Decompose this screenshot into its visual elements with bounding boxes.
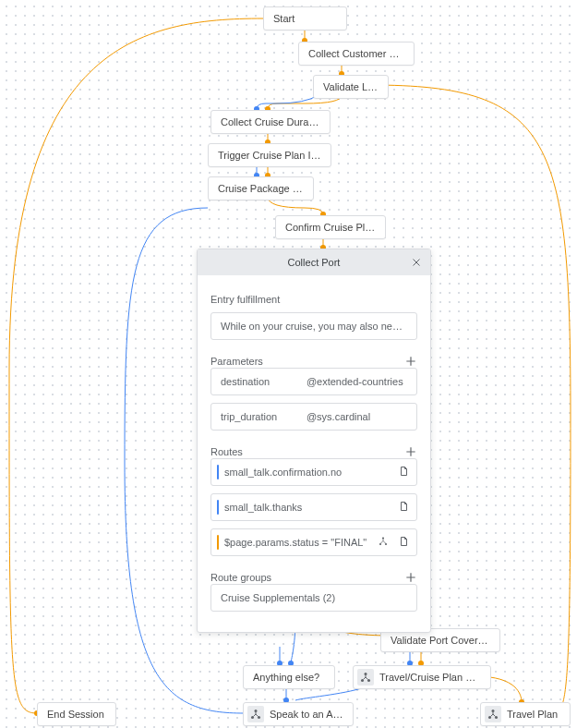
route-color-bar xyxy=(217,535,219,550)
hub-icon xyxy=(485,706,501,722)
fulfillment-card[interactable]: While on your cruise, you may also need … xyxy=(210,312,417,340)
page-icon xyxy=(398,536,409,549)
node-travel-cruise-plan-options[interactable]: Travel/Cruise Plan Opt… xyxy=(353,665,491,689)
page-detail-panel[interactable]: Collect Port Entry fulfillment While on … xyxy=(197,249,431,633)
node-label: Confirm Cruise Plan xyxy=(285,222,376,233)
route-group-row[interactable]: Cruise Supplementals (2) xyxy=(210,584,417,612)
param-entity: @sys.cardinal xyxy=(307,411,407,422)
hub-icon xyxy=(357,669,374,686)
add-parameter-button[interactable] xyxy=(404,355,417,368)
routes-label: Routes xyxy=(210,446,243,457)
node-validate-line[interactable]: Validate Line xyxy=(313,75,389,99)
node-label: Start xyxy=(273,13,295,24)
close-icon[interactable] xyxy=(408,254,425,271)
parameter-row[interactable]: destination @extended-countries xyxy=(210,368,417,395)
node-label: Speak to an Agent xyxy=(270,709,353,720)
route-row[interactable]: $page.params.status = "FINAL" xyxy=(210,528,417,556)
node-cruise-package-info[interactable]: Cruise Package Info xyxy=(208,176,314,200)
route-row[interactable]: small_talk.confirmation.no xyxy=(210,458,417,486)
node-collect-cruise-duration[interactable]: Collect Cruise Duration xyxy=(210,110,331,134)
page-icon xyxy=(398,466,409,479)
node-start[interactable]: Start xyxy=(263,6,347,30)
node-label: Trigger Cruise Plan Info xyxy=(218,150,325,161)
panel-header: Collect Port xyxy=(198,249,430,275)
node-travel-plan[interactable]: Travel Plan xyxy=(480,702,571,726)
node-label: Anything else? xyxy=(253,672,319,683)
node-label: End Session xyxy=(47,709,104,720)
node-confirm-cruise-plan[interactable]: Confirm Cruise Plan xyxy=(275,215,386,239)
route-color-bar xyxy=(217,465,219,479)
node-anything-else[interactable]: Anything else? xyxy=(243,665,335,689)
add-route-group-button[interactable] xyxy=(404,571,417,584)
node-label: Travel Plan xyxy=(507,709,558,720)
svg-point-21 xyxy=(255,710,258,712)
entry-fulfillment-label: Entry fulfillment xyxy=(210,294,417,305)
node-label: Cruise Package Info xyxy=(218,183,309,194)
node-trigger-cruise-plan-info[interactable]: Trigger Cruise Plan Info xyxy=(208,143,331,167)
route-row[interactable]: small_talk.thanks xyxy=(210,493,417,521)
node-label: Travel/Cruise Plan Opt… xyxy=(379,672,491,683)
node-end-session[interactable]: End Session xyxy=(37,702,116,726)
node-collect-customer-line[interactable]: Collect Customer Line xyxy=(298,42,415,66)
svg-point-27 xyxy=(382,537,384,539)
svg-point-24 xyxy=(492,710,495,712)
hub-icon xyxy=(247,706,264,722)
node-label: Collect Customer Line xyxy=(308,48,408,59)
node-label: Validate Port Coverage xyxy=(391,635,495,646)
param-entity: @extended-countries xyxy=(307,376,407,387)
route-label: $page.params.status = "FINAL" xyxy=(224,537,367,548)
route-label: small_talk.confirmation.no xyxy=(224,467,342,478)
flow-canvas[interactable]: Start Collect Customer Line Validate Lin… xyxy=(0,0,577,728)
route-groups-label: Route groups xyxy=(210,572,271,583)
route-color-bar xyxy=(217,500,219,515)
add-route-button[interactable] xyxy=(404,445,417,458)
svg-point-18 xyxy=(365,673,367,675)
panel-title: Collect Port xyxy=(288,257,341,268)
node-label: Collect Cruise Duration xyxy=(221,116,325,127)
param-name: trip_duration xyxy=(221,411,307,422)
parameter-row[interactable]: trip_duration @sys.cardinal xyxy=(210,403,417,431)
route-group-label: Cruise Supplementals (2) xyxy=(221,592,335,603)
param-name: destination xyxy=(221,376,307,387)
node-speak-to-agent[interactable]: Speak to an Agent xyxy=(243,702,354,726)
page-icon xyxy=(398,501,409,514)
node-label: Validate Line xyxy=(323,81,381,92)
panel-body: Entry fulfillment While on your cruise, … xyxy=(198,275,430,632)
route-label: small_talk.thanks xyxy=(224,502,302,513)
parameters-label: Parameters xyxy=(210,356,263,367)
fulfillment-text: While on your cruise, you may also need … xyxy=(221,321,417,332)
branch-icon xyxy=(378,536,389,549)
